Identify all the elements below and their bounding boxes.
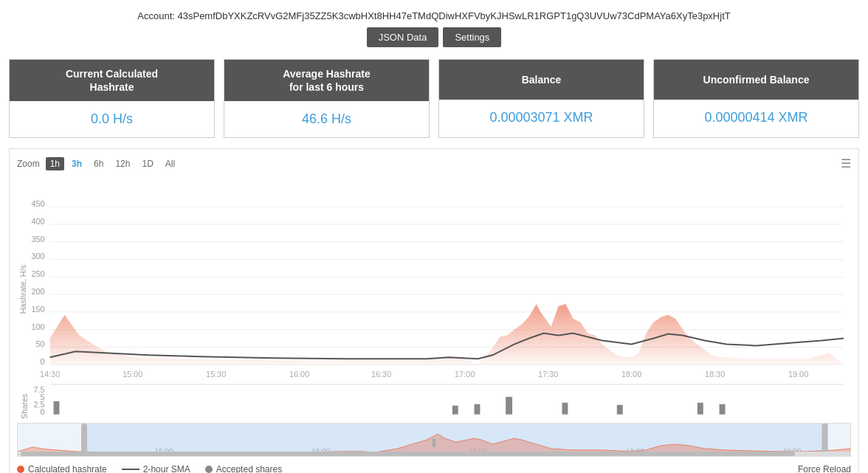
stat-header-balance: Balance — [439, 60, 644, 100]
share-bar-2 — [452, 406, 458, 415]
stat-card-hashrate: Current CalculatedHashrate 0.0 H/s — [9, 59, 215, 138]
stat-card-balance: Balance 0.00003071 XMR — [438, 59, 644, 138]
legend-label-hashrate: Calculated hashrate — [28, 464, 107, 473]
stat-header-avg-hashrate: Average Hashratefor last 6 hours — [224, 60, 429, 101]
y-axis-shares-label: Shares — [20, 393, 29, 418]
share-bar-4 — [506, 397, 512, 415]
legend-accepted-shares: Accepted shares — [205, 464, 282, 473]
y-label-200: 200 — [31, 287, 44, 296]
stat-card-unconfirmed-balance: Unconfirmed Balance 0.00000414 XMR — [653, 59, 859, 138]
zoom-1d[interactable]: 1D — [137, 157, 157, 170]
chart-container: Zoom 1h 3h 6h 12h 1D All ☰ 0 50 100 150 … — [9, 148, 859, 473]
share-bar-6 — [617, 405, 623, 415]
x-label-1830: 18:30 — [705, 370, 725, 379]
x-label-1600: 16:00 — [289, 370, 309, 379]
stat-value-unconfirmed-balance: 0.00000414 XMR — [654, 100, 858, 136]
zoom-all[interactable]: All — [161, 157, 179, 170]
zoom-6h[interactable]: 6h — [89, 157, 108, 170]
chart-navigator[interactable]: 15:00 16:00 17:00 18:00 19:00 — [17, 423, 851, 457]
y-label-50: 50 — [36, 340, 45, 349]
account-label: Account: — [137, 10, 175, 21]
stat-header-unconfirmed-balance: Unconfirmed Balance — [654, 60, 858, 100]
y-axis-hashrate-label: Hashrate, H/s — [18, 265, 27, 314]
stats-row: Current CalculatedHashrate 0.0 H/s Avera… — [0, 59, 868, 138]
zoom-3h[interactable]: 3h — [67, 157, 86, 170]
main-chart-svg: 0 50 100 150 200 250 300 350 400 450 Has… — [17, 175, 851, 418]
chart-menu-icon[interactable]: ☰ — [841, 156, 851, 170]
stat-value-avg-hashrate: 46.6 H/s — [224, 101, 429, 137]
y-label-150: 150 — [31, 305, 44, 314]
x-label-1730: 17:30 — [538, 370, 558, 379]
x-label-1700: 17:00 — [455, 370, 475, 379]
share-bar-7 — [698, 403, 703, 415]
y-label-300: 300 — [31, 252, 44, 261]
legend-calculated-hashrate: Calculated hashrate — [17, 464, 107, 473]
legend-sma: 2-hour SMA — [122, 464, 190, 473]
x-label-1430: 14:30 — [40, 370, 60, 379]
y-label-450: 450 — [31, 199, 44, 208]
sma-line — [50, 334, 844, 359]
stat-header-hashrate: Current CalculatedHashrate — [10, 60, 214, 101]
x-label-1500: 15:00 — [123, 370, 142, 379]
share-bar-8 — [720, 404, 726, 415]
account-header: Account: 43sPemfDbYXKZcRVvG2MFj35ZZ5K3cw… — [0, 0, 868, 27]
legend-dot-hashrate — [17, 466, 24, 473]
zoom-1h[interactable]: 1h — [46, 157, 64, 170]
y-label-0: 0 — [41, 358, 45, 367]
scrollbar-thumb[interactable] — [21, 452, 795, 456]
json-data-button[interactable]: JSON Data — [367, 27, 439, 47]
stat-card-avg-hashrate: Average Hashratefor last 6 hours 46.6 H/… — [224, 59, 430, 138]
legend-line-sma — [122, 469, 140, 470]
chart-toolbar: Zoom 1h 3h 6h 12h 1D All ☰ — [17, 156, 851, 170]
y-label-400: 400 — [31, 217, 44, 226]
toolbar: JSON Data Settings — [0, 27, 868, 47]
chart-scrollbar[interactable] — [18, 452, 850, 456]
settings-button[interactable]: Settings — [443, 27, 501, 47]
legend-dot-shares — [205, 466, 213, 473]
x-label-1530: 15:30 — [206, 370, 226, 379]
share-bar-3 — [475, 404, 480, 415]
x-label-1900: 19:00 — [788, 370, 808, 379]
shares-y-75: 7.5 — [34, 385, 45, 394]
zoom-label: Zoom — [17, 159, 40, 169]
zoom-12h[interactable]: 12h — [111, 157, 134, 170]
share-bar-1 — [54, 401, 60, 415]
share-bar-5 — [562, 403, 568, 415]
y-label-100: 100 — [31, 322, 44, 331]
y-label-250: 250 — [31, 270, 44, 279]
stat-value-hashrate: 0.0 H/s — [10, 101, 214, 137]
account-address: 43sPemfDbYXKZcRVvG2MFj35ZZ5K3cwbHXt8HH47… — [178, 10, 731, 21]
stat-value-balance: 0.00003071 XMR — [439, 100, 644, 136]
nav-center-handle[interactable] — [433, 438, 435, 447]
force-reload-link[interactable]: Force Reload — [798, 463, 851, 473]
legend-label-shares: Accepted shares — [216, 464, 282, 473]
x-label-1630: 16:30 — [371, 370, 391, 379]
legend-label-sma: 2-hour SMA — [143, 464, 190, 473]
chart-svg-area: 0 50 100 150 200 250 300 350 400 450 Has… — [17, 175, 851, 421]
legend-row: Calculated hashrate 2-hour SMA Accepted … — [17, 457, 851, 473]
x-label-1800: 18:00 — [621, 370, 641, 379]
y-label-350: 350 — [31, 235, 44, 244]
